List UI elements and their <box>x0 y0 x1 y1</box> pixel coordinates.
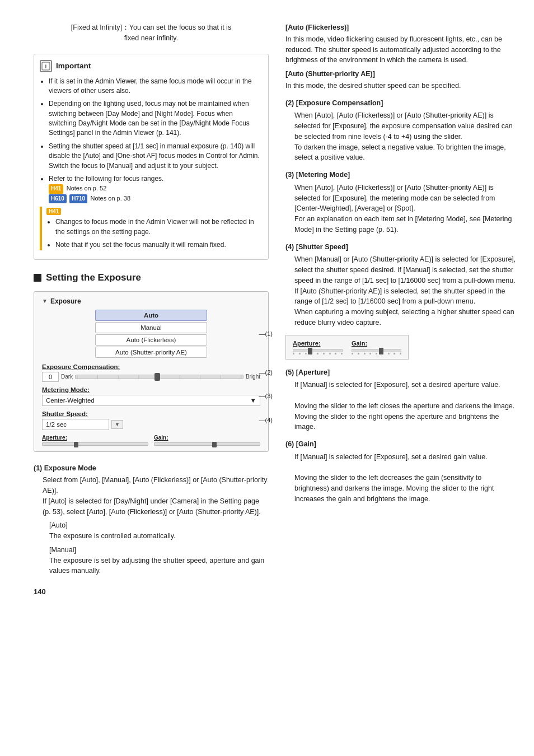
panel-header: Exposure <box>42 297 260 305</box>
ag-row: Aperture: Gain: <box>293 340 401 354</box>
compensation-slider[interactable]: | | | | | | | | | <box>75 375 243 379</box>
shutter-speed-text: When [Manual] or [Auto (Shutter-priority… <box>294 254 517 328</box>
compensation-thumb[interactable] <box>154 373 160 381</box>
metering-mode-item: (3) [Metering Mode] When [Auto], [Auto (… <box>285 170 517 235</box>
h41-section-badge: H41 <box>46 208 61 215</box>
auto-shutter-option[interactable]: Auto (Shutter-priority AE) <box>95 347 207 358</box>
exposure-mode-item: (1) Exposure Mode Select from [Auto], [M… <box>34 463 269 577</box>
aperture-item: (5) [Aperture] If [Manual] is selected f… <box>285 367 517 433</box>
auto-option[interactable]: Auto <box>95 310 207 321</box>
note-p38: Notes on p. 38 <box>91 195 131 202</box>
shutter-speed-box[interactable]: 1/2 sec <box>42 419 109 430</box>
exposure-panel: Exposure Auto Manual Auto (Flickerless) … <box>34 291 269 452</box>
h710-badge: H710 <box>69 194 87 204</box>
callout-1: —(1) <box>259 330 273 337</box>
gain-label: Gain: <box>154 435 260 441</box>
left-numbered-list: (1) Exposure Mode Select from [Auto], [M… <box>34 463 269 577</box>
page-number: 140 <box>34 587 269 596</box>
exposure-mode-num: (1) Exposure Mode <box>34 463 269 474</box>
gain-text: If [Manual] is selected for [Exposure], … <box>294 452 517 505</box>
ag-gain-thumb[interactable] <box>379 348 383 354</box>
shutter-arrow-icon[interactable]: ▼ <box>111 420 123 429</box>
exposure-options-wrapper: Auto Manual Auto (Flickerless) Auto (Shu… <box>42 310 260 358</box>
ag-aperture-label: Aperture: <box>293 340 343 347</box>
fixed-infinity-text: [Fixed at Infinity]：You can set the focu… <box>34 22 269 44</box>
shutter-speed-num-title: (4) [Shutter Speed] <box>285 242 517 253</box>
important-item-1: If it is set in the Admin Viewer, the sa… <box>49 77 260 96</box>
important-box: i Important If it is set in the Admin Vi… <box>34 54 269 260</box>
auto-shutter-text: In this mode, the desired shutter speed … <box>285 81 517 91</box>
section-title: Setting the Exposure <box>34 272 269 283</box>
ag-aperture-thumb[interactable] <box>308 348 312 354</box>
auto-sub: [Auto] The exposure is controlled automa… <box>49 520 269 542</box>
manual-sub-text: The exposure is set by adjusting the shu… <box>49 556 269 577</box>
gain-col: Gain: · · · · · · · · <box>154 435 260 446</box>
important-svg-icon: i <box>41 62 50 71</box>
important-item-4: Refer to the following for focus ranges.… <box>49 174 260 203</box>
shutter-speed-wrapper: Shutter Speed: 1/2 sec ▼ —(4) <box>42 410 260 430</box>
callout-3: —(3) <box>259 393 273 399</box>
ag-aperture-col: Aperture: <box>293 340 343 354</box>
important-body: If it is set in the Admin Viewer, the sa… <box>40 77 260 250</box>
ag-gain-label: Gain: <box>352 340 401 347</box>
aperture-thumb[interactable] <box>74 442 78 447</box>
exposure-compensation-text: When [Auto], [Auto (Flickerless)] or [Au… <box>294 110 517 163</box>
important-item-5: Changes to focus mode in the Admin Viewe… <box>55 217 260 237</box>
ag-gain-dots <box>352 353 401 354</box>
auto-sub-label: [Auto] <box>49 520 269 531</box>
exposure-options[interactable]: Auto Manual Auto (Flickerless) Auto (Shu… <box>42 310 260 358</box>
ag-gain-col: Gain: <box>352 340 401 354</box>
shutter-speed-row[interactable]: 1/2 sec ▼ <box>42 419 260 430</box>
dark-label: Dark <box>61 374 73 380</box>
manual-sub-label: [Manual] <box>49 545 269 556</box>
important-header: i Important <box>40 60 260 72</box>
callout-2: —(2) <box>259 369 273 376</box>
auto-sub-text: The exposure is controlled automatically… <box>49 531 269 542</box>
gain-item: (6) [Gain] If [Manual] is selected for [… <box>285 439 517 505</box>
callout-4: —(4) <box>259 417 273 423</box>
exposure-panel-wrapper: Exposure Auto Manual Auto (Flickerless) … <box>34 291 269 452</box>
shutter-speed-label: Shutter Speed: <box>42 410 260 417</box>
exposure-compensation-item: (2) [Exposure Compensation] When [Auto],… <box>285 98 517 164</box>
right-column: [Auto (Flickerless)] In this mode, video… <box>285 22 517 596</box>
ag-aperture-slider[interactable] <box>293 349 343 352</box>
auto-flickerless-item: [Auto (Flickerless)] In this mode, video… <box>285 22 517 91</box>
exposure-compensation-wrapper: Exposure Compensation: 0 Dark | | | <box>42 363 260 382</box>
auto-shutter-label: [Auto (Shutter-priority AE)] <box>285 69 517 80</box>
metering-mode-wrapper: Metering Mode: Center-Weighted ▼ —(3) <box>42 386 260 406</box>
exposure-mode-body: Select from [Auto], [Manual], [Auto (Fli… <box>43 475 269 517</box>
metering-mode-num-title: (3) [Metering Mode] <box>285 170 517 180</box>
exposure-compensation-num-title: (2) [Exposure Compensation] <box>285 98 517 109</box>
h610-badge: H610 <box>49 194 67 204</box>
aperture-text: If [Manual] is selected for [Exposure], … <box>294 380 517 432</box>
note-p52: Notes on p. 52 <box>67 185 107 192</box>
h41-badge: H41 <box>49 184 63 194</box>
shutter-speed-item: (4) [Shutter Speed] When [Manual] or [Au… <box>285 242 517 328</box>
important-item-2: Depending on the lighting used, focus ma… <box>49 99 260 138</box>
manual-option[interactable]: Manual <box>95 322 207 333</box>
aperture-slider[interactable]: · · · · · · · · · <box>42 442 148 446</box>
exposure-compensation-label: Exposure Compensation: <box>42 363 260 370</box>
h41-section: H41 Changes to focus mode in the Admin V… <box>40 207 260 250</box>
ag-aperture-dots <box>293 353 343 354</box>
ag-gain-slider[interactable] <box>352 349 401 352</box>
left-column: [Fixed at Infinity]：You can set the focu… <box>34 22 269 596</box>
important-icon: i <box>40 60 52 72</box>
auto-flickerless-label: [Auto (Flickerless)] <box>285 22 517 33</box>
gain-slider[interactable]: · · · · · · · · · <box>154 442 260 446</box>
compensation-slider-row[interactable]: 0 Dark | | | | | | | <box>42 372 260 382</box>
auto-flickerless-option[interactable]: Auto (Flickerless) <box>95 334 207 346</box>
metering-mode-text: When [Auto], [Auto (Flickerless)] or [Au… <box>294 183 517 235</box>
aperture-gain-row: Aperture: · · · · · · · · <box>42 435 260 446</box>
manual-sub: [Manual] The exposure is set by adjustin… <box>49 545 269 576</box>
metering-select[interactable]: Center-Weighted ▼ <box>42 395 260 406</box>
gain-thumb[interactable] <box>212 442 217 447</box>
important-item-3: Setting the shutter speed at [1/1 sec] i… <box>49 142 260 171</box>
bright-label: Bright <box>246 374 260 380</box>
metering-select-row[interactable]: Center-Weighted ▼ <box>42 395 260 406</box>
svg-text:i: i <box>45 63 47 69</box>
compensation-value[interactable]: 0 <box>42 372 59 382</box>
metering-mode-label: Metering Mode: <box>42 386 260 393</box>
aperture-gain-mini-panel: Aperture: Gain: <box>285 335 409 360</box>
aperture-label: Aperture: <box>42 435 148 441</box>
